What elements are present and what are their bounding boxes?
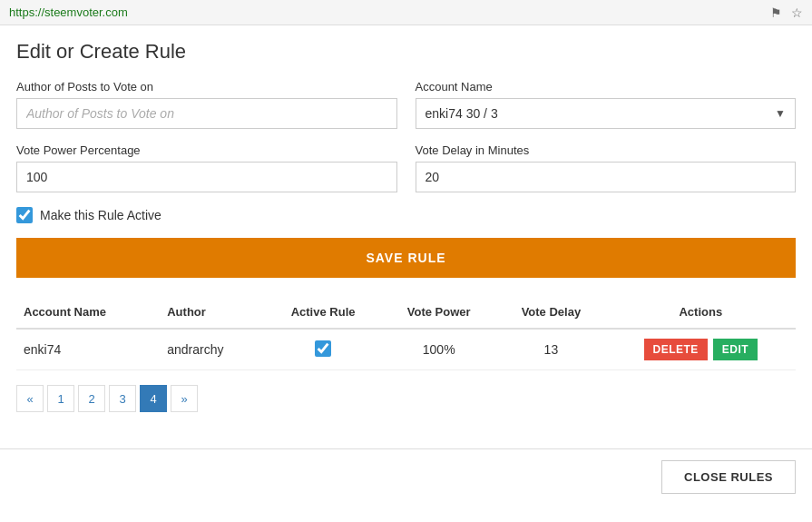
pagination-prev[interactable]: «: [16, 385, 44, 412]
active-rule-label: Make this Rule Active: [40, 208, 161, 222]
cell-actions: DELETE EDIT: [606, 329, 796, 370]
cell-account-name: enki74: [16, 329, 160, 370]
row-active-checkbox[interactable]: [315, 340, 331, 357]
table-row: enki74 andrarchy 100% 13 DELETE EDIT: [16, 329, 796, 370]
bookmark-icon[interactable]: ⚑: [770, 5, 782, 20]
vote-power-label: Vote Power Percentage: [16, 143, 397, 157]
table-header-row: Account Name Author Active Rule Vote Pow…: [16, 296, 796, 329]
pagination-page-4[interactable]: 4: [140, 385, 167, 412]
close-rules-button[interactable]: CLOSE RULES: [661, 460, 796, 494]
edit-button[interactable]: EDIT: [713, 339, 758, 360]
active-rule-checkbox[interactable]: [16, 207, 33, 223]
browser-url: https://steemvoter.com: [9, 5, 128, 19]
form-row-2: Vote Power Percentage Vote Delay in Minu…: [16, 143, 796, 192]
table-body: enki74 andrarchy 100% 13 DELETE EDIT: [16, 329, 796, 370]
main-content: Edit or Create Rule Author of Posts to V…: [0, 25, 812, 441]
bottom-bar: CLOSE RULES: [0, 448, 812, 505]
col-actions: Actions: [606, 296, 796, 329]
account-select-wrapper[interactable]: enki74 30 / 3 ▼: [416, 98, 797, 129]
pagination-next[interactable]: »: [171, 385, 198, 412]
rules-table: Account Name Author Active Rule Vote Pow…: [16, 296, 796, 370]
delete-button[interactable]: DELETE: [644, 339, 708, 360]
col-active-rule: Active Rule: [265, 296, 381, 329]
col-account-name: Account Name: [16, 296, 160, 329]
account-label: Account Name: [416, 80, 797, 94]
pagination-page-2[interactable]: 2: [78, 385, 105, 412]
vote-delay-label: Vote Delay in Minutes: [416, 143, 797, 157]
author-label: Author of Posts to Vote on: [16, 80, 397, 94]
cell-active-rule: [265, 329, 381, 370]
pagination-page-3[interactable]: 3: [109, 385, 136, 412]
vote-delay-input[interactable]: [416, 162, 797, 192]
col-author: Author: [160, 296, 265, 329]
vote-power-group: Vote Power Percentage: [16, 143, 397, 192]
save-rule-button[interactable]: SAVE RULE: [16, 238, 796, 278]
cell-vote-power: 100%: [381, 329, 496, 370]
form-row-1: Author of Posts to Vote on Account Name …: [16, 80, 796, 129]
page-title: Edit or Create Rule: [16, 40, 796, 64]
browser-icons: ⚑ ☆: [770, 5, 803, 20]
cell-vote-delay: 13: [496, 329, 606, 370]
active-rule-row: Make this Rule Active: [16, 207, 796, 223]
col-vote-delay: Vote Delay: [496, 296, 606, 329]
pagination: « 1 2 3 4 »: [16, 385, 796, 412]
pagination-page-1[interactable]: 1: [47, 385, 74, 412]
account-select[interactable]: enki74 30 / 3: [416, 99, 796, 128]
col-vote-power: Vote Power: [381, 296, 496, 329]
vote-power-input[interactable]: [16, 162, 397, 192]
vote-delay-group: Vote Delay in Minutes: [416, 143, 797, 192]
author-input[interactable]: [16, 98, 397, 129]
browser-bar: https://steemvoter.com ⚑ ☆: [0, 0, 812, 25]
author-group: Author of Posts to Vote on: [16, 80, 397, 129]
account-group: Account Name enki74 30 / 3 ▼: [416, 80, 797, 129]
table-header: Account Name Author Active Rule Vote Pow…: [16, 296, 796, 329]
cell-author: andrarchy: [160, 329, 265, 370]
star-icon[interactable]: ☆: [791, 5, 803, 20]
